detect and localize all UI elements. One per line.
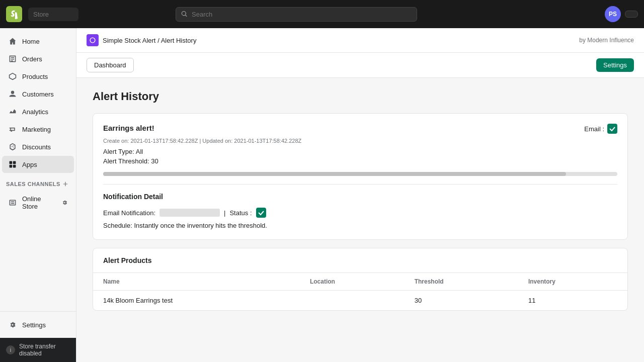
- main-content: Simple Stock Alert / Alert History by Mo…: [76, 28, 644, 362]
- col-threshold: Threshold: [405, 273, 518, 291]
- status-checkbox: [256, 208, 266, 218]
- breadcrumb-text: Simple Stock Alert / Alert History: [103, 37, 196, 44]
- product-threshold: 30: [405, 291, 518, 311]
- orders-icon: [8, 54, 17, 63]
- info-icon: i: [6, 345, 15, 354]
- table-header-row: Name Location Threshold Inventory: [93, 273, 627, 291]
- email-badge: Email :: [584, 124, 617, 134]
- dashboard-button[interactable]: Dashboard: [87, 58, 134, 72]
- sidebar: Home Orders Products Custo: [0, 28, 76, 362]
- sidebar-item-analytics[interactable]: Analytics: [2, 103, 74, 120]
- topbar-right: PS: [605, 6, 638, 22]
- sidebar-item-customers[interactable]: Customers: [2, 85, 74, 103]
- email-checkbox: [607, 124, 617, 134]
- sidebar-item-orders[interactable]: Orders: [2, 50, 74, 67]
- sidebar-item-products[interactable]: Products: [2, 68, 74, 85]
- sidebar-nav: Home Orders Products Custo: [0, 28, 76, 311]
- schedule-row: Schedule: Instantly once the inventory h…: [103, 222, 617, 229]
- svg-rect-3: [13, 165, 16, 168]
- add-sales-channel-button[interactable]: [61, 179, 70, 189]
- table-row: 14k Bloom Earrings test 30 11: [93, 291, 627, 311]
- alert-header: Earrings alert! Email :: [103, 124, 617, 134]
- sidebar-item-home[interactable]: Home: [2, 33, 74, 50]
- status-label: Status :: [229, 209, 252, 217]
- content-area: Alert History Earrings alert! Email : Cr…: [76, 78, 644, 323]
- alert-products-title: Alert Products: [103, 256, 151, 264]
- settings-cog-icon[interactable]: [61, 199, 68, 206]
- sidebar-footer: Settings: [0, 311, 76, 338]
- settings-button[interactable]: Settings: [596, 58, 634, 72]
- alert-type: Alert Type: All: [103, 148, 617, 155]
- discounts-icon: [8, 142, 17, 151]
- home-icon: [8, 37, 17, 46]
- sidebar-item-online-store[interactable]: Online Store: [2, 191, 74, 214]
- breadcrumb-page: Alert History: [161, 37, 197, 44]
- sidebar-item-discounts[interactable]: Discounts: [2, 138, 74, 155]
- marketing-icon: [8, 125, 17, 134]
- search-container: [176, 7, 417, 22]
- notification-email-row: Email Notification: | Status :: [103, 208, 617, 218]
- pipe-separator: |: [224, 209, 225, 217]
- sidebar-item-marketing[interactable]: Marketing: [2, 121, 74, 138]
- email-redacted-value: [159, 209, 220, 217]
- online-store-icon: [8, 198, 17, 207]
- product-location: [300, 291, 405, 311]
- apps-icon: [8, 160, 17, 169]
- alert-products-header: Alert Products: [93, 248, 627, 273]
- sidebar-item-apps[interactable]: Apps: [2, 156, 74, 173]
- svg-rect-1: [13, 161, 16, 164]
- search-input[interactable]: [192, 11, 412, 18]
- col-name: Name: [93, 273, 300, 291]
- avatar: PS: [605, 6, 621, 22]
- email-label: Email :: [584, 125, 604, 133]
- svg-rect-2: [10, 165, 13, 168]
- gear-icon: [8, 320, 17, 329]
- progress-bar: [103, 172, 617, 176]
- breadcrumb: Simple Stock Alert / Alert History: [87, 34, 196, 46]
- alert-name: Earrings alert!: [103, 124, 154, 132]
- topbar: PS: [0, 0, 644, 28]
- analytics-icon: [8, 107, 17, 116]
- app-toolbar: Dashboard Settings: [76, 53, 644, 78]
- by-text: by Modern Influence: [579, 37, 634, 44]
- col-inventory: Inventory: [518, 273, 627, 291]
- breadcrumb-app-link[interactable]: Simple Stock Alert: [103, 37, 156, 44]
- admin-button[interactable]: [625, 11, 638, 18]
- shopify-logo: [6, 6, 22, 22]
- divider: [103, 184, 617, 185]
- page-title: Alert History: [93, 90, 628, 103]
- customers-icon: [8, 89, 17, 99]
- products-table: Name Location Threshold Inventory 14k Bl…: [93, 273, 627, 310]
- store-selector[interactable]: [28, 8, 78, 21]
- app-header: Simple Stock Alert / Alert History by Mo…: [76, 28, 644, 53]
- alert-card: Earrings alert! Email : Create on: 2021-…: [93, 113, 628, 240]
- product-name: 14k Bloom Earrings test: [93, 291, 300, 311]
- alert-threshold: Alert Threshold: 30: [103, 157, 617, 165]
- app-icon: [87, 34, 99, 46]
- product-inventory: 11: [518, 291, 627, 311]
- search-icon: [181, 11, 188, 18]
- alert-meta: Create on: 2021-01-13T17:58:42.228Z | Up…: [103, 138, 617, 144]
- progress-bar-fill: [103, 172, 566, 176]
- notification-section-title: Notification Detail: [103, 193, 617, 201]
- sidebar-item-settings[interactable]: Settings: [2, 316, 74, 333]
- sales-channels-header: SALES CHANNELS: [0, 173, 76, 191]
- email-notification-label: Email Notification:: [103, 209, 155, 217]
- col-location: Location: [300, 273, 405, 291]
- alert-products-card: Alert Products Name Location Threshold I…: [93, 248, 628, 311]
- products-icon: [8, 72, 17, 81]
- store-transfer-bar: i Store transfer disabled: [0, 338, 76, 362]
- svg-rect-0: [10, 161, 13, 164]
